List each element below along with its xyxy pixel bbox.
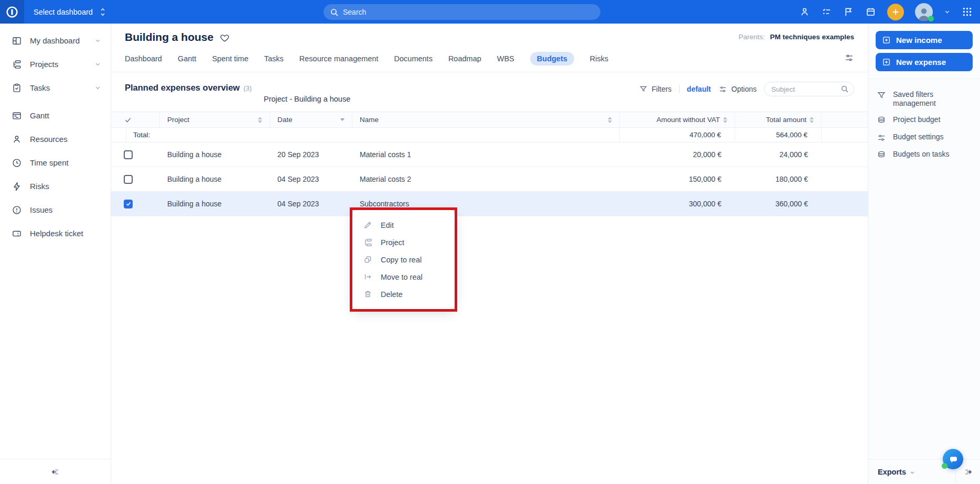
parents-link[interactable]: PM techniques examples [770, 33, 854, 41]
sort-icon [608, 117, 612, 123]
select-all-check-icon[interactable] [111, 112, 160, 127]
menu-item-label: Copy to real [381, 256, 422, 264]
chevron-down-icon[interactable] [94, 37, 101, 44]
page-settings-sliders-icon[interactable] [844, 53, 854, 63]
table-row[interactable]: Building a house 04 Sep 2023 Material co… [111, 167, 868, 192]
chevron-down-icon[interactable] [94, 84, 101, 91]
row-checkbox-checked[interactable] [124, 200, 133, 208]
apps-grid-icon[interactable] [962, 6, 973, 17]
logo-icon [5, 5, 19, 19]
app-logo[interactable] [0, 0, 24, 24]
checklist-icon[interactable] [821, 6, 832, 17]
list-count: (3) [243, 84, 252, 92]
row-checkbox[interactable] [124, 175, 133, 184]
sidebar-item-label: Resources [30, 135, 101, 144]
link-saved-filters-management[interactable]: Saved filters management [876, 86, 973, 112]
sidebar-item-resources[interactable]: Resources [0, 127, 111, 151]
menu-item-edit[interactable]: Edit [352, 216, 455, 234]
funnel-icon [877, 91, 886, 100]
collapse-right-panel-icon[interactable] [956, 466, 980, 478]
plus-square-icon [882, 58, 891, 67]
tab-tasks[interactable]: Tasks [264, 52, 284, 65]
filters-button[interactable]: Filters [639, 85, 672, 93]
chat-widget-button[interactable] [943, 449, 963, 469]
sidebar-item-gantt[interactable]: Gantt [0, 104, 111, 127]
select-dashboard-label: Select dashboard [34, 8, 93, 16]
breadcrumb-parents: Parents: PM techniques examples [738, 33, 854, 41]
chevrons-updown-icon [99, 7, 106, 17]
tree-icon [363, 238, 373, 247]
row-checkbox[interactable] [124, 150, 133, 159]
options-button[interactable]: Options [718, 85, 757, 94]
global-search-input[interactable] [343, 8, 594, 16]
menu-item-move-to-real[interactable]: Move to real [352, 268, 455, 285]
select-dashboard[interactable]: Select dashboard [34, 7, 106, 17]
tab-dashboard[interactable]: Dashboard [125, 52, 162, 65]
row-context-menu: Edit Project Copy to real Move to [352, 210, 455, 309]
tab-roadmap[interactable]: Roadmap [448, 52, 481, 65]
tab-budgets[interactable]: Budgets [530, 52, 574, 65]
sort-icon [258, 117, 262, 123]
tab-wbs[interactable]: WBS [497, 52, 514, 65]
column-header-project[interactable]: Project [160, 112, 270, 127]
collapse-sidebar-icon[interactable] [50, 466, 61, 478]
sidebar-item-my-dashboard[interactable]: My dashboard [0, 29, 111, 52]
filters-label: Filters [652, 85, 672, 93]
new-expense-button[interactable]: New expense [876, 53, 973, 71]
projects-tree-icon [12, 59, 22, 70]
link-project-budget[interactable]: Project budget [876, 112, 973, 129]
tab-gantt[interactable]: Gantt [178, 52, 196, 65]
menu-item-delete[interactable]: Delete [352, 285, 455, 303]
column-label: Date [277, 116, 293, 124]
column-header-name[interactable]: Name [352, 112, 620, 127]
divider [679, 85, 680, 93]
sidebar-item-projects[interactable]: Projects [0, 52, 111, 76]
quick-add-button[interactable] [887, 4, 904, 20]
person-icon[interactable] [799, 6, 810, 17]
sort-icon [723, 117, 727, 123]
tab-documents[interactable]: Documents [394, 52, 433, 65]
total-label: Total: [126, 128, 620, 142]
chevron-down-icon[interactable] [94, 61, 101, 68]
user-avatar[interactable] [915, 3, 933, 21]
sort-desc-icon [340, 118, 344, 121]
flag-icon[interactable] [843, 6, 854, 17]
right-panel-footer: Exports [868, 459, 980, 484]
tab-resource-management[interactable]: Resource management [299, 52, 379, 65]
lightning-icon [12, 181, 22, 192]
link-budget-settings[interactable]: Budget settings [876, 129, 973, 146]
table-row[interactable]: Building a house 20 Sep 2023 Material co… [111, 142, 868, 167]
plus-square-icon [882, 36, 891, 45]
link-budgets-on-tasks[interactable]: Budgets on tasks [876, 146, 973, 163]
sidebar-item-helpdesk-ticket[interactable]: Helpdesk ticket [0, 222, 111, 245]
menu-item-copy-to-real[interactable]: Copy to real [352, 251, 455, 268]
project-header: Building a house Parents: PM techniques … [111, 24, 868, 72]
column-header-date[interactable]: Date [270, 112, 352, 127]
sidebar-item-risks[interactable]: Risks [0, 174, 111, 198]
tab-risks[interactable]: Risks [590, 52, 608, 65]
sidebar-item-issues[interactable]: Issues [0, 198, 111, 222]
cell-total-amount: 24,000 € [735, 150, 822, 159]
move-arrow-icon [363, 272, 373, 281]
exports-dropdown[interactable]: Exports [868, 468, 955, 476]
favorite-heart-icon[interactable] [220, 33, 230, 43]
sidebar-item-label: Projects [30, 60, 87, 69]
filters-default-link[interactable]: default [687, 85, 711, 93]
search-icon[interactable] [841, 85, 849, 93]
menu-item-label: Edit [381, 221, 394, 229]
calendar-icon[interactable] [865, 6, 876, 17]
cell-total-amount: 360,000 € [735, 200, 822, 208]
context-menu-highlight-box: Edit Project Copy to real Move to [350, 207, 457, 312]
menu-item-project[interactable]: Project [352, 234, 455, 251]
person-icon [12, 134, 22, 145]
avatar-chevron-down-icon[interactable] [944, 8, 951, 15]
column-header-amount-without-vat[interactable]: Amount without VAT [620, 112, 735, 127]
table-row-selected[interactable]: Building a house 04 Sep 2023 Subcontract… [111, 192, 868, 216]
global-search[interactable] [324, 4, 600, 20]
sidebar-item-label: Time spent [30, 158, 101, 167]
tab-spent-time[interactable]: Spent time [212, 52, 248, 65]
column-header-total-amount[interactable]: Total amount [735, 112, 822, 127]
new-income-button[interactable]: New income [876, 31, 973, 49]
sidebar-item-time-spent[interactable]: Time spent [0, 151, 111, 174]
sidebar-item-tasks[interactable]: Tasks [0, 76, 111, 100]
